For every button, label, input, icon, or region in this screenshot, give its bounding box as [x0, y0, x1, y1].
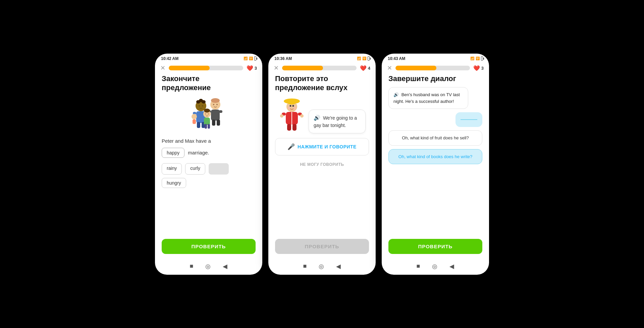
progress-area-3: ✕ ❤️ 3: [382, 62, 489, 74]
option-empty: [209, 163, 229, 175]
battery-1: [254, 56, 256, 61]
close-btn-2[interactable]: ✕: [274, 65, 279, 71]
answer-chip-happy[interactable]: happy: [162, 148, 184, 158]
svg-point-5: [202, 105, 203, 107]
option-hungry[interactable]: hungry: [162, 178, 186, 188]
svg-point-36: [292, 105, 294, 107]
nav-square-2[interactable]: ■: [303, 263, 307, 270]
signal-icon-3: 📶: [470, 57, 474, 60]
close-btn-1[interactable]: ✕: [160, 65, 165, 71]
progress-bar-bg-3: [395, 66, 470, 70]
dialog-bubble-left: 🔊 Ben's husband was on TV last night. He…: [388, 87, 468, 109]
character-svg: [278, 96, 305, 133]
time-2: 10:36 AM: [274, 56, 292, 61]
dialog-blank: [461, 119, 477, 120]
nav-square-3[interactable]: ■: [417, 263, 420, 270]
dialog-left-text: Ben's husband was on TV last night. He's…: [393, 92, 460, 104]
option-curly[interactable]: curly: [185, 163, 205, 175]
svg-point-14: [216, 104, 218, 105]
svg-point-13: [213, 104, 214, 105]
svg-rect-25: [205, 124, 207, 129]
wifi-icon-1: 🛜: [249, 57, 253, 60]
signal-icon-2: 📶: [357, 57, 361, 60]
status-icons-3: 📶 🛜: [470, 56, 483, 61]
progress-area-2: ✕ ❤️ 4: [268, 62, 376, 74]
progress-area-1: ✕ ❤️ 3: [155, 62, 262, 74]
sentence-text-1: Peter and Max have a: [162, 138, 256, 144]
nav-back-2[interactable]: ◀: [336, 263, 341, 270]
audio-icon-2: 🔊: [314, 115, 320, 121]
time-1: 10:42 AM: [161, 56, 178, 61]
status-icons-1: 📶 🛜: [244, 56, 256, 61]
check-btn-3[interactable]: ПРОВЕРИТЬ: [388, 239, 482, 254]
nav-circle-3[interactable]: ◎: [432, 263, 437, 270]
battery-3: [481, 56, 483, 61]
svg-point-12: [211, 98, 220, 103]
dialog-area: 🔊 Ben's husband was on TV last night. He…: [388, 87, 482, 231]
hearts-3: ❤️ 3: [473, 65, 484, 71]
svg-point-35: [290, 105, 291, 107]
close-btn-3[interactable]: ✕: [387, 65, 392, 71]
battery-2: [368, 56, 370, 61]
speak-bubble: 🔊 We're going to a gay bar tonight.: [309, 110, 366, 133]
progress-bar-bg-2: [282, 66, 357, 70]
answer-row-1: happy marriage.: [162, 148, 256, 158]
progress-bar-fill-2: [282, 66, 323, 70]
nav-bar-1: ■ ◎ ◀: [155, 259, 262, 275]
nav-back-3[interactable]: ◀: [449, 263, 454, 270]
speak-illustration: 🔊 We're going to a gay bar tonight.: [275, 96, 369, 133]
heart-count-2: 4: [368, 66, 370, 71]
phone-3: 10:43 AM 📶 🛜 ✕ ❤️ 3 Завершите диалог: [382, 54, 489, 275]
svg-point-22: [205, 113, 206, 114]
svg-rect-43: [287, 124, 291, 131]
nav-circle-1[interactable]: ◎: [205, 263, 211, 270]
time-3: 10:43 AM: [388, 56, 405, 61]
wifi-icon-3: 🛜: [476, 57, 480, 60]
bottom-area-2: ПРОВЕРИТЬ: [268, 236, 376, 259]
svg-rect-19: [217, 120, 220, 126]
cant-speak[interactable]: НЕ МОГУ ГОВОРИТЬ: [275, 162, 369, 167]
screen-title-1: Закончитепредложение: [162, 74, 256, 92]
mic-icon: 🎤: [287, 143, 295, 150]
phone-2: 10:36 AM 📶 🛜 ✕ ❤️ 4 Повторите этопредлож…: [268, 54, 376, 275]
heart-icon-1: ❤️: [247, 65, 253, 71]
sentence-span-1: Peter and Max have a: [162, 138, 211, 144]
status-bar-3: 10:43 AM 📶 🛜: [382, 54, 489, 62]
bottom-area-3: ПРОВЕРИТЬ: [382, 236, 489, 259]
progress-bar-fill-3: [395, 66, 436, 70]
signal-icon-1: 📶: [244, 57, 248, 60]
screen-content-3: Завершите диалог 🔊 Ben's husband was on …: [382, 74, 489, 236]
svg-point-23: [208, 113, 209, 114]
svg-rect-9: [197, 122, 200, 128]
nav-back-1[interactable]: ◀: [223, 263, 227, 270]
screen-title-3: Завершите диалог: [388, 74, 482, 83]
dialog-option-1[interactable]: Oh, what kind of fruit does he sell?: [388, 130, 482, 146]
family-svg: [187, 96, 230, 133]
nav-circle-2[interactable]: ◎: [319, 263, 324, 270]
dialog-option-2-text: Oh, what kind of books does he write?: [398, 154, 472, 159]
heart-icon-3: ❤️: [473, 65, 480, 71]
option-rainy[interactable]: rainy: [162, 163, 182, 175]
mic-btn-text: НАЖМИТЕ И ГОВОРИТЕ: [298, 144, 357, 149]
nav-square-1[interactable]: ■: [190, 263, 194, 270]
mic-btn[interactable]: 🎤 НАЖМИТЕ И ГОВОРИТЕ: [275, 138, 369, 155]
status-icons-2: 📶 🛜: [357, 56, 370, 61]
dialog-bubble-right-empty: [455, 112, 482, 127]
wifi-icon-2: 🛜: [362, 57, 366, 60]
hearts-2: ❤️ 4: [360, 65, 370, 71]
svg-rect-18: [212, 120, 215, 126]
check-btn-1[interactable]: ПРОВЕРИТЬ: [162, 239, 256, 254]
svg-rect-26: [208, 124, 210, 129]
audio-icon-3: 🔊: [393, 92, 399, 97]
svg-rect-28: [193, 119, 196, 124]
svg-point-42: [300, 114, 304, 118]
svg-point-32: [287, 99, 297, 105]
svg-point-4: [199, 105, 200, 107]
svg-rect-17: [219, 110, 222, 113]
check-btn-2[interactable]: ПРОВЕРИТЬ: [275, 239, 369, 254]
hearts-1: ❤️ 3: [247, 65, 257, 71]
nav-bar-3: ■ ◎ ◀: [382, 259, 489, 275]
screen-content-1: Закончитепредложение: [155, 74, 262, 236]
dialog-option-2[interactable]: Oh, what kind of books does he write?: [388, 149, 482, 165]
svg-point-21: [204, 109, 210, 113]
